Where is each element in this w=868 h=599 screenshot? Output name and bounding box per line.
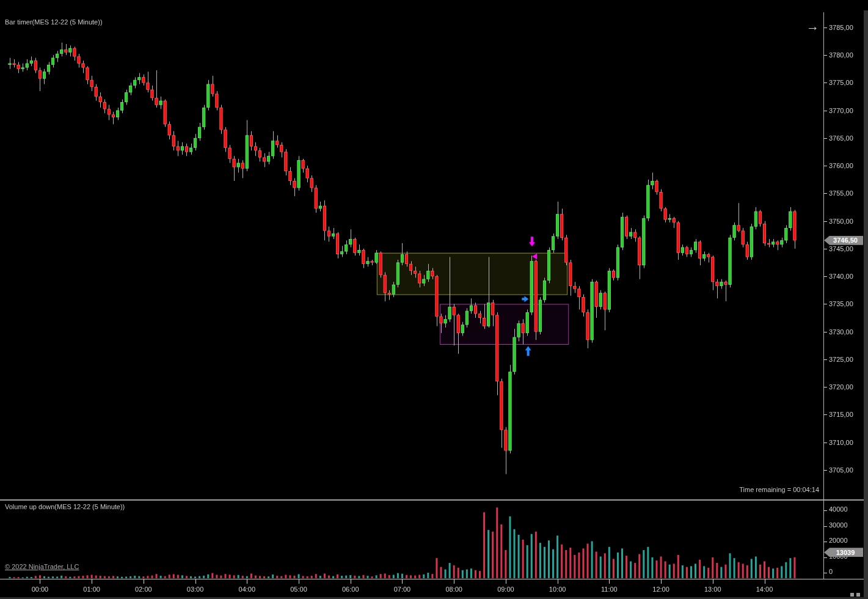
last-price-marker: 3746,50 (824, 236, 863, 245)
resize-grip[interactable] (856, 593, 860, 597)
time-tick-label: 03:00 (187, 586, 204, 593)
time-tick-label: 07:00 (394, 586, 411, 593)
window-right-border (864, 10, 868, 599)
price-axis[interactable]: 3785,003780,003775,003770,003765,003760,… (824, 12, 868, 500)
chart-canvas[interactable] (0, 0, 868, 599)
price-tick-label: 3730,00 (829, 328, 853, 336)
price-tick-label: 3765,00 (829, 134, 853, 142)
price-tick-label: 3705,00 (829, 466, 853, 474)
last-volume-marker: 13039 (824, 548, 863, 557)
price-tick-label: 3750,00 (829, 218, 853, 225)
price-tick-label: 3715,00 (829, 411, 853, 418)
chart-window: Chart MES 12-22 5 Minute (0, 0, 868, 599)
time-tick-label: 11:00 (601, 586, 618, 593)
time-tick-label: 12:00 (652, 586, 669, 593)
time-tick-label: 14:00 (756, 586, 773, 593)
volume-tick-label: 0 (829, 568, 833, 575)
price-tick-label: 3780,00 (829, 51, 853, 59)
time-remaining-label: Time remaining = 00:04:14 (739, 486, 819, 493)
price-tick-label: 3775,00 (829, 79, 853, 86)
time-tick-label: 09:00 (497, 586, 514, 593)
time-tick-label: 06:00 (342, 586, 359, 593)
volume-axis[interactable]: 400003000020000100000 (824, 500, 868, 579)
time-tick-label: 08:00 (445, 586, 462, 593)
price-tick-label: 3745,00 (829, 245, 853, 252)
price-tick-label: 3760,00 (829, 162, 853, 169)
volume-tick-label: 40000 (829, 505, 848, 513)
go-to-last-bar-arrow-icon[interactable]: → (806, 20, 819, 32)
time-tick-label: 01:00 (83, 586, 100, 593)
volume-tick-label: 30000 (829, 521, 848, 529)
bar-timer-label: Bar timer(MES 12-22 (5 Minute)) (5, 18, 103, 26)
time-tick-label: 02:00 (135, 586, 152, 593)
time-tick-label: 10:00 (549, 586, 566, 593)
time-tick-label: 00:00 (32, 586, 49, 593)
price-tick-label: 3770,00 (829, 107, 853, 114)
price-tick-label: 3740,00 (829, 273, 853, 280)
time-axis[interactable]: 00:0001:0002:0003:0004:0005:0006:0007:00… (0, 579, 868, 599)
time-tick-label: 04:00 (239, 586, 256, 593)
pane-divider[interactable] (0, 499, 864, 501)
time-tick-label: 05:00 (290, 586, 307, 593)
price-tick-label: 3710,00 (829, 439, 853, 446)
price-tick-label: 3725,00 (829, 356, 853, 363)
price-tick-label: 3720,00 (829, 383, 853, 391)
time-tick-label: 13:00 (704, 586, 721, 593)
resize-grip[interactable] (850, 593, 854, 597)
price-tick-label: 3735,00 (829, 300, 853, 307)
volume-tick-label: 20000 (829, 537, 848, 544)
price-tick-label: 3785,00 (829, 24, 853, 31)
price-tick-label: 3755,00 (829, 189, 853, 197)
copyright-link[interactable]: © 2022 NinjaTrader, LLC (5, 563, 79, 570)
volume-pane-label: Volume up down(MES 12-22 (5 Minute)) (5, 503, 125, 510)
